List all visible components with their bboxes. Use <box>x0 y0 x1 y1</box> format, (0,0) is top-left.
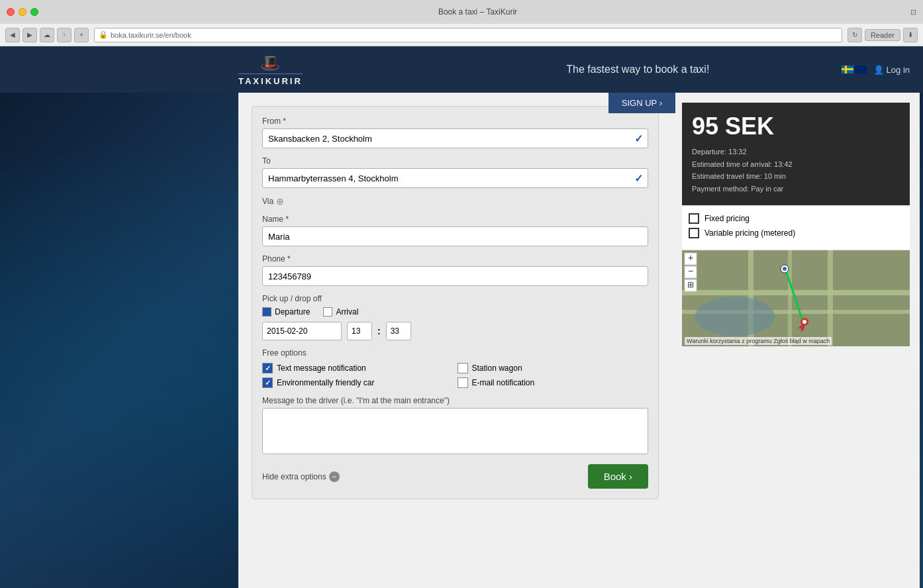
station-wagon-label: Station wagon <box>472 364 522 373</box>
share-button[interactable]: ↑ <box>57 28 72 42</box>
user-icon: 👤 <box>873 65 884 75</box>
from-label: From * <box>262 117 648 126</box>
traffic-lights <box>7 8 38 16</box>
text-message-option[interactable]: Text message notification <box>262 363 454 373</box>
book-button[interactable]: Book › <box>588 464 648 489</box>
message-label: Message to the driver (i.e. "I'm at the … <box>262 396 648 405</box>
minute-input[interactable] <box>386 322 411 340</box>
maximize-button[interactable] <box>30 8 38 16</box>
downloads-button[interactable]: ⬇ <box>903 28 918 42</box>
to-check-icon: ✓ <box>634 172 643 185</box>
header-right: 👤 Log in <box>842 65 910 75</box>
signup-tab[interactable]: SIGN UP › <box>608 93 675 113</box>
fixed-pricing-checkbox[interactable] <box>689 213 699 224</box>
swedish-flag[interactable] <box>842 66 853 74</box>
departure-detail-value: 13:32 <box>728 148 747 156</box>
via-label: Via <box>262 197 273 206</box>
message-section: Message to the driver (i.e. "I'm at the … <box>262 396 648 456</box>
login-label: Log in <box>887 65 910 75</box>
name-label: Name * <box>262 215 648 224</box>
eco-car-checkbox[interactable] <box>262 377 273 388</box>
phone-field-row: Phone * <box>262 254 648 286</box>
variable-pricing-label: Variable pricing (metered) <box>704 228 795 238</box>
variable-pricing-option[interactable]: Variable pricing (metered) <box>689 228 903 238</box>
title-bar: Book a taxi – TaxiKurir ⊡ <box>0 0 923 24</box>
svg-rect-5 <box>828 250 833 346</box>
hide-options-button[interactable]: Hide extra options − <box>262 471 340 482</box>
reading-list-button[interactable]: ☁ <box>40 28 54 42</box>
variable-pricing-checkbox[interactable] <box>689 228 699 238</box>
english-flag[interactable] <box>855 66 867 74</box>
name-input[interactable] <box>262 226 648 246</box>
to-label: To <box>262 156 648 166</box>
svg-rect-1 <box>682 290 910 295</box>
signup-label: SIGN UP › <box>622 98 662 108</box>
window-title: Book a taxi – TaxiKurir <box>45 7 910 17</box>
to-input[interactable] <box>262 168 648 188</box>
eco-car-option[interactable]: Environmentally friendly car <box>262 377 454 388</box>
message-textarea[interactable] <box>262 408 648 454</box>
map-copyright: Warunki korzystania z programu Zgłoś błą… <box>685 337 832 345</box>
tagline: The fastest way to book a taxi! <box>566 64 709 75</box>
from-check-icon: ✓ <box>634 132 643 145</box>
svg-point-6 <box>695 297 775 336</box>
eta-detail: Estimated time of arrival: 13:42 <box>692 158 900 171</box>
logo-icon: 🎩 <box>260 54 280 72</box>
travel-detail: Estimated travel time: 10 min <box>692 170 900 183</box>
arrival-radio-box <box>323 307 332 317</box>
email-notif-option[interactable]: E-mail notification <box>458 377 649 388</box>
options-grid: Text message notification Station wagon … <box>262 363 648 388</box>
fixed-pricing-option[interactable]: Fixed pricing <box>689 213 903 224</box>
from-field-wrapper: ✓ <box>262 128 648 148</box>
payment-detail-value: Pay in car <box>751 185 783 193</box>
pricing-options: Fixed pricing Variable pricing (metered) <box>682 207 910 249</box>
time-colon: : <box>377 326 381 336</box>
departure-radio[interactable]: Departure <box>262 307 310 317</box>
text-message-checkbox[interactable] <box>262 363 273 373</box>
name-field-row: Name * <box>262 215 648 246</box>
from-input[interactable] <box>262 128 648 148</box>
departure-label: Departure <box>275 307 310 317</box>
departure-radio-box <box>262 307 271 317</box>
map-container[interactable]: + − ⊞ Warunki korzystania z programu Zgł… <box>682 250 910 346</box>
map-copyright-text: Warunki korzystania z programu Zgłoś błą… <box>687 338 830 344</box>
email-notif-checkbox[interactable] <box>458 377 468 388</box>
email-notif-label: E-mail notification <box>472 378 535 387</box>
svg-point-8 <box>783 267 787 271</box>
svg-point-10 <box>802 320 806 324</box>
pickup-label: Pick up / drop off <box>262 294 648 303</box>
minimize-button[interactable] <box>19 8 26 16</box>
phone-input[interactable] <box>262 266 648 286</box>
toolbar: ◀ ▶ ☁ ↑ + 🔒 boka.taxikurir.se/en/book ↻ … <box>0 24 923 46</box>
site-header: 🎩 TAXIKURIR The fastest way to book a ta… <box>0 46 923 93</box>
station-wagon-option[interactable]: Station wagon <box>458 363 649 373</box>
arrival-label: Arrival <box>336 307 358 317</box>
svg-text:⊞: ⊞ <box>687 280 694 289</box>
minus-icon: − <box>329 471 340 482</box>
station-wagon-checkbox[interactable] <box>458 363 468 373</box>
flag-icons <box>842 66 867 74</box>
close-button[interactable] <box>7 8 15 16</box>
price-box: 95 SEK Departure: 13:32 Estimated time o… <box>682 103 910 205</box>
free-options-section: Free options Text message notification S… <box>262 348 648 388</box>
forward-button[interactable]: ▶ <box>23 28 37 42</box>
arrival-radio[interactable]: Arrival <box>323 307 358 317</box>
payment-detail-label: Payment method: <box>692 185 749 193</box>
via-add-icon[interactable]: ⊕ <box>276 196 284 207</box>
refresh-button[interactable]: ↻ <box>848 28 862 42</box>
login-button[interactable]: 👤 Log in <box>873 65 910 75</box>
eta-detail-value: 13:42 <box>774 160 793 168</box>
travel-detail-value: 10 min <box>764 172 786 180</box>
reader-button[interactable]: Reader <box>865 29 900 41</box>
content-wrapper: SIGN UP › From * ✓ To ✓ <box>0 93 923 588</box>
svg-text:−: − <box>688 266 693 276</box>
address-bar[interactable]: 🔒 boka.taxikurir.se/en/book <box>94 28 842 42</box>
left-panel <box>0 93 238 588</box>
back-button[interactable]: ◀ <box>5 28 20 42</box>
hour-input[interactable] <box>347 322 372 340</box>
pickup-radio-row: Departure Arrival <box>262 307 648 317</box>
browser-chrome: Book a taxi – TaxiKurir ⊡ ◀ ▶ ☁ ↑ + 🔒 bo… <box>0 0 923 46</box>
page-background: 🎩 TAXIKURIR The fastest way to book a ta… <box>0 46 923 588</box>
date-input[interactable] <box>262 322 342 340</box>
new-tab-button[interactable]: + <box>74 28 89 42</box>
